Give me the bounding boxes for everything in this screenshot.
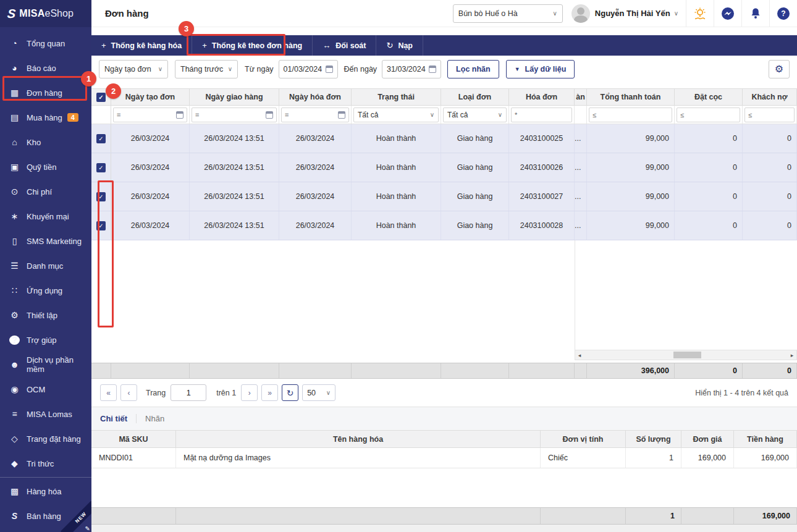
select-all-checkbox[interactable] [96, 93, 106, 102]
col-dat-coc[interactable]: Đặt cọc [675, 89, 743, 105]
col-so-luong[interactable]: Số lượng [626, 431, 681, 447]
sidebar-item-trang-dat-hang[interactable]: ◇ Trang đặt hàng [0, 426, 91, 451]
sidebar-item-danh-muc[interactable]: ☰ Danh mục [0, 253, 91, 278]
col-trang-thai[interactable]: Trạng thái [352, 89, 441, 105]
brand-logo[interactable]: S MISA eShop [0, 0, 91, 27]
col-khach-no[interactable]: Khách nợ [743, 89, 797, 105]
col-ngay-hoa-don[interactable]: Ngày hóa đơn [279, 89, 352, 105]
next-page-button[interactable]: › [241, 384, 258, 401]
sidebar-item-mua-hang[interactable]: ▤ Mua hàng 4 [0, 105, 91, 130]
order-row[interactable]: 26/03/2024 26/03/2024 13:51 26/03/2024 H… [91, 153, 797, 182]
invoice-link[interactable]: 2403100028 [509, 211, 575, 240]
col-hoa-don[interactable]: Hóa đơn [509, 89, 575, 105]
calendar-icon[interactable] [266, 111, 273, 119]
lte-operator[interactable]: ≤ [748, 111, 752, 119]
tab-chi-tiet[interactable]: Chi tiết [100, 414, 127, 423]
date-field-select[interactable]: Ngày tạo đơn ∨ [99, 60, 168, 78]
calendar-icon[interactable] [338, 111, 345, 119]
sidebar-item-khuyen-mai[interactable]: ∗ Khuyến mại [0, 204, 91, 229]
filter-invoice[interactable]: * [509, 106, 575, 124]
first-page-button[interactable]: « [100, 384, 117, 401]
to-date-input[interactable]: 31/03/2024 [382, 60, 441, 78]
sidebar-item-ocm[interactable]: ◉ OCM [0, 377, 91, 402]
row-checkbox[interactable] [96, 221, 106, 230]
scrollbar-thumb[interactable] [673, 352, 701, 358]
lte-operator[interactable]: ≤ [592, 111, 596, 119]
column-settings-button[interactable]: ⚙ [769, 60, 790, 78]
page-size-select[interactable]: 50 ∨ [302, 384, 335, 401]
page-number-input[interactable]: 1 [171, 384, 206, 401]
invoice-link[interactable]: 2403100025 [509, 124, 575, 153]
sidebar-item-ung-dung[interactable]: ∷ Ứng dụng [0, 278, 91, 303]
row-checkbox[interactable] [96, 134, 106, 143]
row-checkbox[interactable] [96, 192, 106, 201]
col-don-gia[interactable]: Đơn giá [681, 431, 734, 447]
tab-doi-soat[interactable]: ↔ Đối soát [313, 35, 376, 56]
col-ma-sku[interactable]: Mã SKU [91, 431, 176, 447]
messenger-button[interactable] [714, 0, 741, 27]
col-tien-hang[interactable]: Tiền hàng [734, 431, 797, 447]
filter-total[interactable]: ≤ [587, 106, 675, 124]
col-don-vi-tinh[interactable]: Đơn vị tính [541, 431, 626, 447]
filter-invoice-date[interactable]: = [279, 106, 352, 124]
sidebar-item-don-hang[interactable]: ▦ Đơn hàng [0, 80, 91, 105]
filter-debt[interactable]: ≤ [743, 106, 797, 124]
sidebar-item-misa-lomas[interactable]: ≡ MISA Lomas [0, 402, 91, 426]
scroll-left-arrow-icon[interactable]: ◂ [575, 352, 584, 358]
prev-page-button[interactable]: ‹ [120, 384, 137, 401]
col-tong-thanh-toan[interactable]: Tổng thanh toán [587, 89, 675, 105]
sidebar-item-chi-phi[interactable]: ⊙ Chi phí [0, 179, 91, 204]
idea-map-button[interactable] [686, 0, 714, 27]
tab-nhan[interactable]: Nhãn [136, 414, 164, 423]
filter-deposit[interactable]: ≤ [675, 106, 743, 124]
calendar-icon[interactable] [326, 65, 333, 73]
pencil-icon[interactable]: ✎ [85, 525, 90, 532]
scrollbar-track[interactable] [584, 350, 788, 360]
filter-delivery[interactable]: = [190, 106, 279, 124]
sidebar-item-hang-hoa[interactable]: ▩ Hàng hóa [0, 479, 91, 504]
sidebar-item-quy-tien[interactable]: ▣ Quỹ tiền [0, 154, 91, 179]
eq-operator[interactable]: = [285, 111, 289, 119]
from-date-input[interactable]: 01/03/2024 [279, 60, 338, 78]
help-button[interactable]: ? [769, 0, 797, 27]
eq-operator[interactable]: = [195, 111, 199, 119]
sidebar-item-tong-quan[interactable]: ◔ Tổng quan [0, 31, 91, 56]
order-row[interactable]: 26/03/2024 26/03/2024 13:51 26/03/2024 H… [91, 182, 797, 211]
invoice-link[interactable]: 2403100026 [509, 153, 575, 182]
last-page-button[interactable]: » [261, 384, 278, 401]
tab-thong-ke-hang-hoa[interactable]: + Thống kê hàng hóa [91, 35, 192, 56]
tab-thong-ke-theo-don-hang[interactable]: + Thống kê theo đơn hàng [192, 35, 313, 56]
col-clipped[interactable]: àn [575, 89, 587, 105]
order-row[interactable]: 26/03/2024 26/03/2024 13:51 26/03/2024 H… [91, 124, 797, 153]
filter-tag-button[interactable]: Lọc nhãn [447, 60, 499, 78]
lte-operator[interactable]: ≤ [680, 111, 684, 119]
sidebar-item-sms-marketing[interactable]: ▯ SMS Marketing [0, 229, 91, 253]
invoice-link[interactable]: 2403100027 [509, 182, 575, 211]
sidebar-item-bao-cao[interactable]: ◕ Báo cáo [0, 56, 91, 80]
sidebar-item-tro-giup[interactable]: ? Trợ giúp [0, 327, 91, 352]
col-ngay-tao-don[interactable]: Ngày tạo đơn [111, 89, 190, 105]
sidebar-item-dich-vu-phan-mem[interactable]: ☻ Dịch vụ phần mềm [0, 352, 91, 377]
horizontal-scrollbar[interactable]: ◂ ▸ [575, 350, 797, 360]
get-data-button[interactable]: ▼ Lấy dữ liệu [506, 60, 575, 78]
sidebar-item-thiet-lap[interactable]: ⚙ Thiết lập [0, 303, 91, 327]
col-ngay-giao-hang[interactable]: Ngày giao hàng [190, 89, 279, 105]
filter-created[interactable]: = [111, 106, 190, 124]
order-row[interactable]: 26/03/2024 26/03/2024 13:51 26/03/2024 H… [91, 211, 797, 240]
tab-nap[interactable]: ↻ Nạp [376, 35, 423, 56]
refresh-button[interactable]: ↻ [282, 384, 298, 401]
calendar-icon[interactable] [429, 65, 436, 73]
user-menu[interactable]: Nguyễn Thị Hải Yến ∨ [571, 4, 678, 23]
star-operator[interactable]: * [515, 111, 517, 119]
row-checkbox[interactable] [96, 163, 106, 172]
notifications-button[interactable] [741, 0, 769, 27]
detail-row[interactable]: MNDDI01 Mặt nạ dưỡng da Images Chiếc 1 1… [91, 448, 797, 468]
scroll-right-arrow-icon[interactable]: ▸ [788, 352, 796, 358]
calendar-icon[interactable] [176, 111, 183, 119]
store-select[interactable]: Bún bò Huế o Hà ∨ [453, 4, 563, 23]
sidebar-item-tri-thuc[interactable]: ◆ Tri thức [0, 451, 91, 476]
col-ten-hang-hoa[interactable]: Tên hàng hóa [176, 431, 541, 447]
eq-operator[interactable]: = [117, 111, 120, 119]
filter-type[interactable]: Tất cả∨ [441, 106, 509, 124]
period-select[interactable]: Tháng trước ∨ [175, 60, 238, 78]
